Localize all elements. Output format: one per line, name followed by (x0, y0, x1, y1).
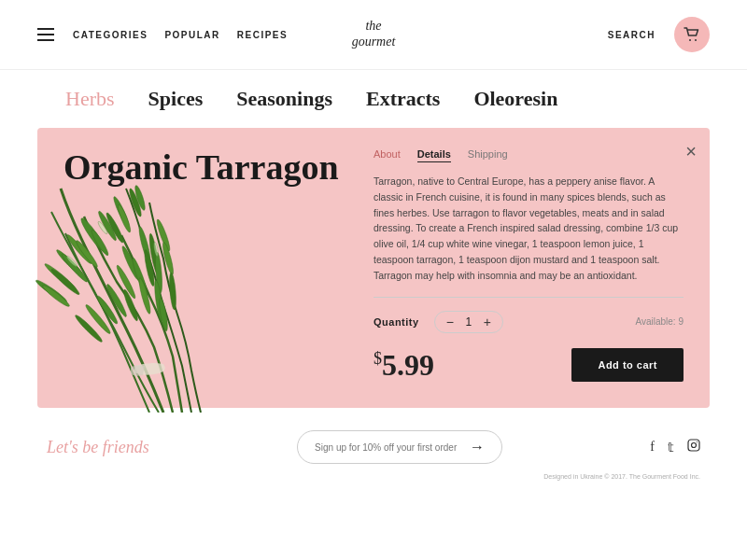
category-nav: Herbs Spices Seasonings Extracts Oleores… (0, 70, 747, 128)
social-icons: f 𝕥 (650, 439, 700, 455)
quantity-decrease-button[interactable]: − (444, 315, 456, 329)
product-card: Organic Tarragon (37, 128, 710, 408)
logo: the gourmet (352, 19, 396, 50)
divider (374, 297, 684, 298)
hamburger-icon[interactable] (37, 28, 54, 41)
product-price: $5.99 (374, 348, 434, 383)
price-value: 5.99 (382, 348, 434, 382)
tab-about[interactable]: About (374, 148, 401, 162)
price-row: $5.99 Add to cart (374, 348, 684, 383)
nav-links: CATEGORIES POPULAR RECIPES (73, 30, 288, 40)
available-text: Available: 9 (635, 316, 684, 327)
cat-spices[interactable]: Spices (148, 87, 204, 111)
svg-point-40 (692, 443, 697, 448)
cart-button[interactable] (674, 17, 710, 52)
product-detail: × About Details Shipping Tarragon, nativ… (355, 128, 710, 408)
cat-extracts[interactable]: Extracts (366, 87, 440, 111)
close-button[interactable]: × (685, 141, 697, 162)
cat-oleoresin[interactable]: Oleoresin (473, 87, 557, 111)
svg-rect-39 (688, 440, 699, 451)
detail-tabs: About Details Shipping (374, 148, 684, 162)
signup-input[interactable] (315, 442, 458, 453)
herb-image (14, 161, 369, 413)
signup-form: → (297, 430, 502, 464)
header-left: CATEGORIES POPULAR RECIPES (37, 28, 288, 41)
twitter-icon[interactable]: 𝕥 (668, 440, 674, 455)
quantity-value: 1 (463, 315, 474, 329)
footer-section: Let's be friends → f 𝕥 (0, 413, 747, 471)
header: CATEGORIES POPULAR RECIPES the gourmet S… (0, 0, 747, 70)
search-label[interactable]: SEARCH (608, 30, 655, 40)
svg-point-0 (689, 39, 691, 41)
nav-categories[interactable]: CATEGORIES (73, 30, 148, 40)
logo-line2: gourmet (352, 35, 396, 50)
quantity-control: − 1 + (434, 311, 503, 333)
footer-credit: Designed in Ukraine © 2017. The Gourment… (0, 471, 747, 485)
signup-arrow-icon[interactable]: → (470, 439, 485, 455)
svg-point-41 (697, 441, 698, 442)
product-image-area: Organic Tarragon (37, 128, 355, 408)
nav-recipes[interactable]: RECIPES (237, 30, 288, 40)
nav-popular[interactable]: POPULAR (164, 30, 219, 40)
header-right: SEARCH (608, 17, 710, 52)
quantity-label: Quantity (374, 316, 419, 328)
product-description: Tarragon, native to Central Europe, has … (374, 174, 684, 284)
add-to-cart-button[interactable]: Add to cart (571, 348, 684, 382)
friends-text: Let's be friends (47, 438, 149, 457)
price-symbol: $ (374, 349, 382, 368)
instagram-icon[interactable] (687, 439, 700, 455)
logo-line1: the (352, 19, 396, 35)
cart-icon (684, 27, 700, 42)
facebook-icon[interactable]: f (650, 440, 655, 455)
svg-point-17 (41, 284, 71, 309)
cat-seasonings[interactable]: Seasonings (236, 87, 332, 111)
quantity-increase-button[interactable]: + (482, 315, 493, 329)
quantity-row: Quantity − 1 + Available: 9 (374, 311, 684, 333)
tab-details[interactable]: Details (417, 148, 451, 162)
tab-shipping[interactable]: Shipping (468, 148, 508, 162)
svg-point-1 (695, 39, 697, 41)
cat-herbs[interactable]: Herbs (65, 87, 115, 111)
